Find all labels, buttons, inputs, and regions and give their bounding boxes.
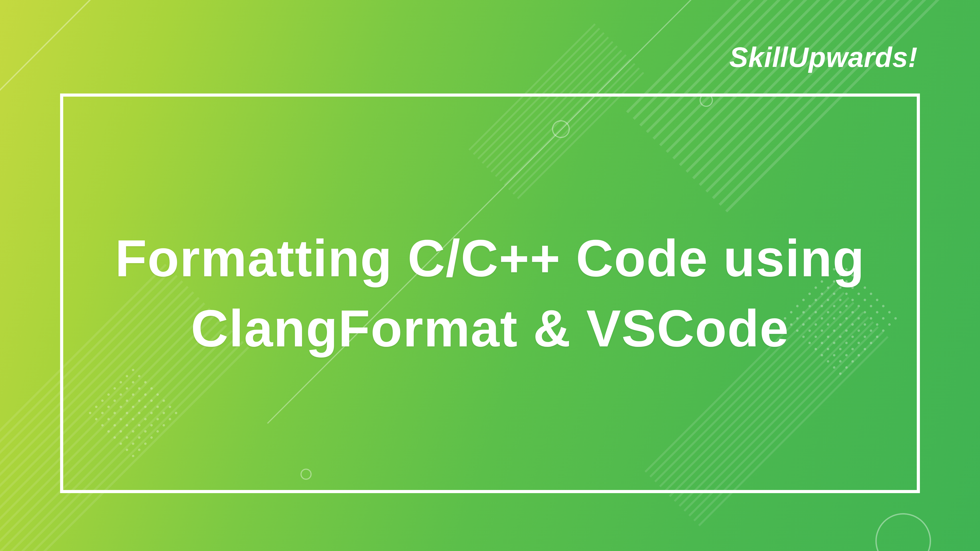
decor-circle	[875, 513, 931, 551]
slide-banner: SkillUpwards! Formatting C/C++ Code usin…	[0, 0, 980, 551]
brand-label: SkillUpwards!	[729, 41, 918, 73]
title-frame: Formatting C/C++ Code using ClangFormat …	[60, 94, 920, 493]
slide-title: Formatting C/C++ Code using ClangFormat …	[94, 223, 886, 363]
